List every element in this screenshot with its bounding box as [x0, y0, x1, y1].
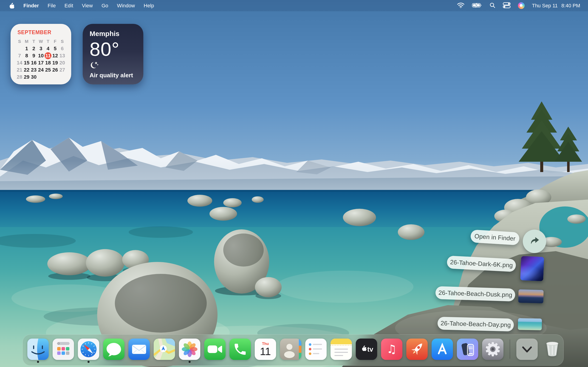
- dock-app-mail[interactable]: [128, 339, 150, 360]
- notes-icon: [330, 339, 352, 360]
- calendar-day-18: 18: [44, 59, 52, 66]
- finder-icon: [27, 339, 49, 360]
- calendar-day-header: W: [39, 39, 43, 44]
- menubar-clock[interactable]: Thu Sep 11 8:40 PM: [532, 3, 580, 9]
- calendar-day-3: 3: [37, 45, 44, 52]
- phone-icon: [229, 339, 251, 360]
- calendar-day-25: 25: [44, 67, 52, 73]
- weather-widget[interactable]: Memphis 80° Air quality alert: [83, 24, 143, 84]
- calendar-day-23: 23: [30, 67, 37, 73]
- dock-app-music[interactable]: ♫: [381, 339, 402, 360]
- search-icon[interactable]: [489, 2, 495, 9]
- dock-app-notes[interactable]: [330, 339, 352, 360]
- dock-app-phone[interactable]: [229, 339, 251, 360]
- file-name: 26-Tahoe-Beach-Dusk.png: [438, 289, 512, 298]
- file-label-tahoe-beach-day[interactable]: 26-Tahoe-Beach-Day.png: [437, 317, 514, 332]
- calendar-day-empty: [16, 45, 23, 52]
- calendar-day-5: 5: [52, 45, 59, 52]
- control-center-icon[interactable]: [503, 2, 510, 9]
- calendar-day-24: 24: [37, 67, 44, 73]
- battery-charging-icon[interactable]: [472, 3, 482, 9]
- calendar-day-16: 16: [30, 59, 37, 66]
- menu-file[interactable]: File: [48, 3, 56, 9]
- calendar-day-8: 8: [23, 52, 30, 59]
- menu-view[interactable]: View: [82, 3, 93, 9]
- dock-app-facetime[interactable]: [204, 339, 225, 360]
- running-indicator: [37, 361, 39, 363]
- reminders-icon: [305, 339, 327, 360]
- calendar-day-30: 30: [30, 74, 37, 81]
- wifi-icon[interactable]: [457, 2, 465, 9]
- appstore-icon: [432, 339, 453, 360]
- dock-app-reminders[interactable]: [305, 339, 327, 360]
- menu-active-app[interactable]: Finder: [23, 3, 39, 9]
- dock-app-safari[interactable]: [78, 339, 99, 360]
- calendar-day-2: 2: [30, 45, 37, 52]
- calendar-widget[interactable]: SEPTEMBER SMTWTFS12345678910111213141516…: [10, 24, 71, 84]
- moon-stars-icon: [90, 61, 133, 71]
- dock-app-finder[interactable]: [27, 339, 49, 360]
- dock-app-apps[interactable]: [52, 339, 74, 360]
- share-button[interactable]: [523, 230, 546, 253]
- svg-text:11: 11: [260, 345, 271, 357]
- safari-icon: [78, 339, 99, 360]
- dock-app-messages[interactable]: [103, 339, 124, 360]
- apple-menu-icon[interactable]: [9, 2, 15, 9]
- calendar-day-15: 15: [23, 59, 30, 66]
- share-arrow-icon: [527, 234, 541, 248]
- menu-edit[interactable]: Edit: [65, 3, 73, 9]
- open-in-finder-label: Open in Finder: [474, 233, 516, 242]
- dock-app-rocket[interactable]: [406, 339, 428, 360]
- dock-app-trash[interactable]: [542, 339, 563, 360]
- contacts-icon: [280, 339, 301, 360]
- menubar-time: 8:40 PM: [561, 3, 580, 9]
- dock-app-calendar[interactable]: Thu11: [255, 339, 276, 360]
- siri-apple-intelligence-icon[interactable]: [518, 2, 525, 9]
- dock-app-maps[interactable]: [154, 339, 175, 360]
- calendar-day-28: 28: [16, 74, 23, 81]
- calendar-day-13: 13: [59, 52, 66, 59]
- calendar-day-header: S: [61, 39, 64, 44]
- dock-app-appstore[interactable]: [432, 339, 453, 360]
- dock-app-photos[interactable]: [179, 339, 200, 360]
- calendar-day-header: F: [54, 39, 57, 44]
- svg-text:Thu: Thu: [262, 342, 269, 346]
- calendar-day-20: 20: [59, 59, 66, 66]
- menu-help[interactable]: Help: [144, 3, 154, 9]
- file-thumbnail-tahoe-beach-dusk[interactable]: [518, 290, 544, 303]
- calendar-day-7: 7: [16, 52, 23, 59]
- calendar-day-empty: [37, 74, 44, 81]
- calendar-day-11: 11: [44, 52, 52, 59]
- calendar-day-empty: [52, 74, 59, 81]
- calendar-day-header: T: [32, 39, 35, 44]
- calendar-day-4: 4: [44, 45, 52, 52]
- trash-icon: [542, 339, 563, 360]
- facetime-icon: [204, 339, 225, 360]
- dock-app-iphone-mirroring[interactable]: [457, 339, 478, 360]
- svg-text:tv: tv: [367, 346, 373, 353]
- svg-text:♫: ♫: [387, 342, 397, 356]
- dock-app-contacts[interactable]: [280, 339, 301, 360]
- mail-icon: [128, 339, 150, 360]
- calendar-day-27: 27: [59, 67, 66, 73]
- file-thumbnail-tahoe-dark[interactable]: [520, 256, 544, 281]
- settings-icon: [482, 339, 503, 360]
- dock-app-downloads[interactable]: [516, 339, 538, 360]
- calendar-day-9: 9: [30, 52, 37, 59]
- tv-icon: tv: [356, 339, 377, 360]
- calendar-day-17: 17: [37, 59, 44, 66]
- menu-window[interactable]: Window: [117, 3, 135, 9]
- file-thumbnail-tahoe-beach-day[interactable]: [518, 318, 542, 330]
- menu-go[interactable]: Go: [102, 3, 108, 9]
- maps-icon: [154, 339, 175, 360]
- calendar-month-title: SEPTEMBER: [10, 29, 71, 35]
- file-label-tahoe-beach-dusk[interactable]: 26-Tahoe-Beach-Dusk.png: [435, 286, 515, 302]
- calendar-day-14: 14: [16, 59, 23, 66]
- downloads-icon: [516, 339, 538, 360]
- dock-app-settings[interactable]: [482, 339, 503, 360]
- calendar-day-header: S: [18, 39, 21, 44]
- calendar-grid: SMTWTFS123456789101112131415161718192021…: [16, 38, 66, 81]
- music-icon: ♫: [381, 339, 402, 360]
- dock-app-tv[interactable]: tv: [356, 339, 377, 360]
- file-name: 26-Tahoe-Dark-6K.png: [450, 259, 513, 269]
